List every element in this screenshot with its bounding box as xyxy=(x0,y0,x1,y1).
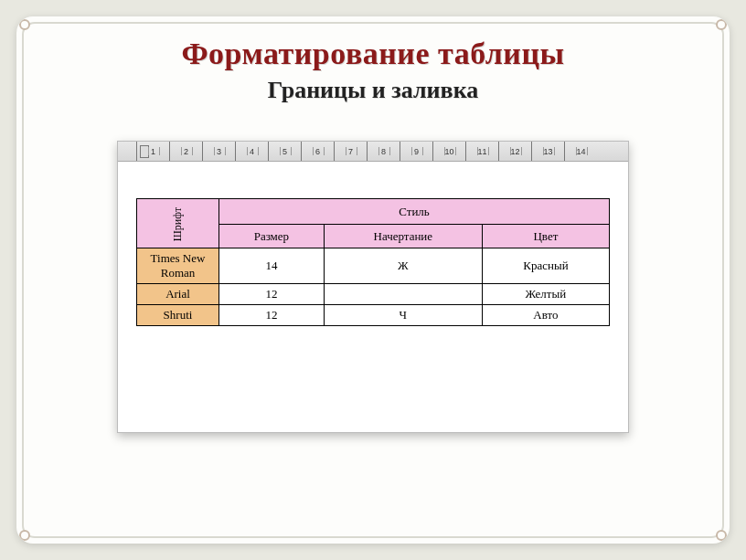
corner-ornament xyxy=(19,530,30,541)
slide-title: Форматирование таблицы xyxy=(16,37,730,71)
cell-size: 12 xyxy=(219,284,325,305)
document-screenshot: 1 2 3 4 5 6 7 8 9 10 11 12 13 14 Шрифт С… xyxy=(117,141,629,433)
corner-ornament xyxy=(19,19,30,30)
slide-subtitle: Границы и заливка xyxy=(16,77,730,104)
ruler-tick: 6 xyxy=(301,142,334,161)
ruler-tick: 2 xyxy=(169,142,202,161)
cell-color: Красный xyxy=(482,248,609,284)
ruler-tick: 13 xyxy=(531,142,564,161)
table-row: Times New Roman 14 Ж Красный xyxy=(137,248,610,284)
corner-ornament xyxy=(716,530,727,541)
table-row: Shruti 12 Ч Авто xyxy=(137,305,610,326)
cell-font: Arial xyxy=(137,284,219,305)
ruler-tick: 9 xyxy=(400,142,432,161)
ruler-tick: 4 xyxy=(235,142,268,161)
ruler-tick: 7 xyxy=(334,142,367,161)
cell-size: 14 xyxy=(219,248,325,284)
subhead-color: Цвет xyxy=(482,225,609,248)
ruler-tick: 10 xyxy=(432,142,465,161)
cell-weight xyxy=(324,284,482,305)
subhead-size: Размер xyxy=(219,225,325,248)
cell-color: Желтый xyxy=(482,284,609,305)
cell-color: Авто xyxy=(482,305,609,326)
cell-weight: Ж xyxy=(324,248,482,284)
horizontal-ruler: 1 2 3 4 5 6 7 8 9 10 11 12 13 14 xyxy=(118,142,628,162)
cell-font: Shruti xyxy=(137,305,219,326)
ruler-tick: 1 xyxy=(136,142,169,161)
corner-ornament xyxy=(716,19,727,30)
cell-size: 12 xyxy=(219,305,325,326)
cell-font: Times New Roman xyxy=(137,248,219,284)
table-row: Arial 12 Желтый xyxy=(137,284,610,305)
ruler-tick: 14 xyxy=(564,142,597,161)
header-style: Стиль xyxy=(219,199,610,225)
header-font-label: Шрифт xyxy=(171,206,185,241)
subhead-weight: Начертание xyxy=(324,225,482,248)
cell-weight: Ч xyxy=(324,305,482,326)
ruler-tick: 11 xyxy=(465,142,498,161)
document-page: Шрифт Стиль Размер Начертание Цвет Times… xyxy=(118,162,628,344)
ruler-tick: 8 xyxy=(367,142,400,161)
formatting-table: Шрифт Стиль Размер Начертание Цвет Times… xyxy=(136,198,610,326)
slide-frame: Форматирование таблицы Границы и заливка… xyxy=(16,16,730,544)
ruler-tick: 3 xyxy=(202,142,235,161)
header-font: Шрифт xyxy=(137,199,219,248)
ruler-tick: 5 xyxy=(268,142,301,161)
ruler-tick: 12 xyxy=(498,142,531,161)
